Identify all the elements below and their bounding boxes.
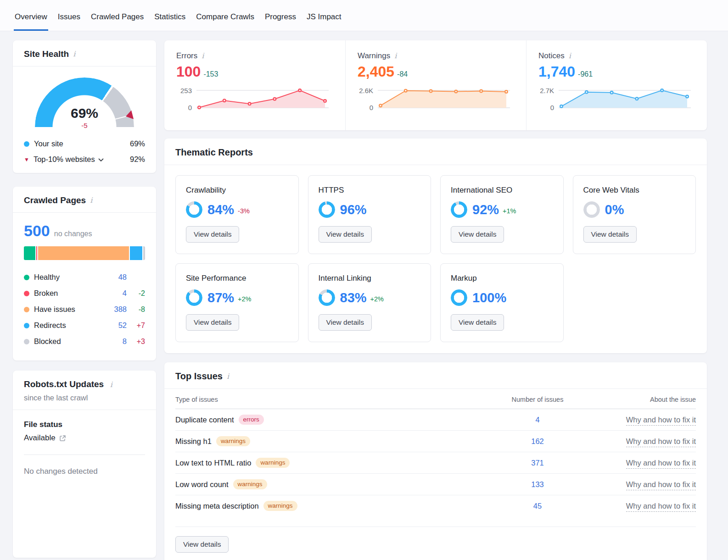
tab-progress[interactable]: Progress (264, 12, 297, 31)
view-details-button[interactable]: View details (451, 314, 504, 331)
progress-ring-icon (186, 289, 202, 306)
warnings-delta: -84 (397, 70, 408, 78)
view-details-button[interactable]: View details (186, 314, 239, 331)
table-row: Duplicate contenterrors 4 Why and how to… (175, 409, 696, 431)
errors-value[interactable]: 100 (176, 63, 201, 80)
file-status-label: File status (24, 420, 145, 429)
thematic-card-international-seo: International SEO 92%+1% View details (440, 175, 564, 254)
progress-ring-icon (319, 289, 335, 306)
crawled-pages-title: Crawled Pages (24, 195, 86, 205)
tab-compare-crawls[interactable]: Compare Crawls (195, 12, 255, 31)
legend-redirects: Redirects 52 +7 (24, 317, 145, 333)
info-icon[interactable]: i (394, 52, 397, 60)
status-badge: warnings (233, 479, 267, 489)
why-how-to-fix-link[interactable]: Why and how to fix it (626, 480, 696, 490)
why-how-to-fix-link[interactable]: Why and how to fix it (626, 459, 696, 469)
your-site-label: Your site (34, 139, 63, 148)
broken-count[interactable]: 4 (103, 289, 127, 298)
col-about-the-issue: About the issue (586, 396, 696, 403)
thematic-card-site-performance: Site Performance 87%+2% View details (175, 263, 299, 342)
warnings-value[interactable]: 2,405 (358, 63, 394, 80)
legend-have-issues: Have issues 388 -8 (24, 301, 145, 317)
top-tab-bar: Overview Issues Crawled Pages Statistics… (0, 0, 728, 31)
warnings-label: Warnings (358, 51, 390, 61)
robots-subtitle: since the last crawl (24, 394, 145, 402)
issue-count-link[interactable]: 162 (531, 437, 544, 445)
crawled-pages-total: 500 (24, 222, 50, 240)
issue-count-link[interactable]: 133 (531, 480, 544, 488)
info-icon[interactable]: i (227, 373, 229, 380)
view-details-button[interactable]: View details (186, 226, 239, 243)
robots-txt-card: Robots.txt Updates i since the last craw… (13, 371, 156, 558)
why-how-to-fix-link[interactable]: Why and how to fix it (626, 437, 696, 447)
issue-count-link[interactable]: 4 (535, 416, 539, 424)
tab-statistics[interactable]: Statistics (153, 12, 186, 31)
have-issues-count[interactable]: 388 (103, 305, 127, 314)
tabs-nav: Overview Issues Crawled Pages Statistics… (14, 12, 342, 31)
notices-value[interactable]: 1,740 (538, 63, 575, 80)
status-badge: errors (239, 415, 264, 425)
errors-delta: -153 (203, 70, 218, 78)
your-site-dot-icon (24, 141, 29, 147)
healthy-count[interactable]: 48 (103, 273, 127, 282)
legend-top10-websites[interactable]: ▼ Top-10% websites 92% (24, 155, 145, 164)
have-issues-dot-icon (24, 307, 29, 312)
view-details-button[interactable]: View details (319, 226, 372, 243)
view-details-button[interactable]: View details (583, 226, 637, 243)
crawled-pages-card: Crawled Pages i 500 no changes Healthy 4… (13, 187, 156, 360)
blocked-count[interactable]: 8 (103, 337, 127, 346)
top10-triangle-icon: ▼ (24, 156, 29, 163)
tab-crawled-pages[interactable]: Crawled Pages (90, 12, 145, 31)
why-how-to-fix-link[interactable]: Why and how to fix it (626, 416, 696, 426)
col-type-of-issues: Type of issues (175, 396, 489, 403)
legend-broken: Broken 4 -2 (24, 285, 145, 301)
metric-errors: Errorsi 100 -153 2530 (164, 40, 345, 130)
top10-value: 92% (130, 155, 145, 164)
issue-count-link[interactable]: 371 (531, 459, 544, 467)
metric-warnings: Warningsi 2,405 -84 2.6K0 (345, 40, 526, 130)
tab-issues[interactable]: Issues (57, 12, 81, 31)
tab-js-impact[interactable]: JS Impact (306, 12, 342, 31)
external-link-icon[interactable] (59, 435, 66, 442)
top-issues-title: Top Issues (175, 371, 223, 382)
healthy-dot-icon (24, 275, 29, 280)
issue-count-link[interactable]: 45 (533, 502, 542, 510)
table-row: Missing meta descriptionwarnings 45 Why … (175, 495, 696, 516)
site-health-legend: Your site 69% ▼ Top-10% websites 92% (24, 139, 145, 164)
site-health-card: Site Health i 69% -5 (13, 40, 156, 173)
bar-segment-redirects (130, 246, 142, 260)
info-icon[interactable]: i (73, 50, 75, 58)
progress-ring-icon (186, 201, 202, 218)
metric-notices: Noticesi 1,740 -961 2.7K0 (526, 40, 707, 130)
top-issues-table: Type of issues Number of issues About th… (164, 389, 707, 527)
redirects-count[interactable]: 52 (103, 321, 127, 330)
view-details-button[interactable]: View details (175, 536, 229, 553)
view-details-button[interactable]: View details (451, 226, 504, 243)
crawled-pages-note: no changes (54, 230, 92, 238)
robots-note: No changes detected (24, 467, 145, 476)
why-how-to-fix-link[interactable]: Why and how to fix it (626, 502, 696, 512)
bar-segment-have-issues (38, 246, 129, 260)
thematic-reports-card: Thematic Reports Crawlability 84%-3% Vie… (164, 139, 707, 353)
info-icon[interactable]: i (110, 380, 112, 389)
progress-ring-icon (451, 201, 467, 218)
broken-dot-icon (24, 291, 29, 296)
bar-segment-healthy (24, 246, 35, 260)
site-health-title: Site Health (24, 49, 69, 59)
errors-sparkline (196, 85, 329, 111)
tab-overview[interactable]: Overview (14, 12, 48, 31)
table-row: Missing h1warnings 162 Why and how to fi… (175, 431, 696, 452)
thematic-reports-title: Thematic Reports (175, 147, 253, 158)
legend-blocked: Blocked 8 +3 (24, 333, 145, 349)
thematic-card-core-web-vitals: Core Web Vitals 0% View details (573, 175, 696, 254)
info-icon[interactable]: i (90, 197, 92, 204)
errors-label: Errors (176, 51, 197, 61)
metrics-strip-card: Errorsi 100 -153 2530 Warningsi 2,405 -8… (164, 40, 707, 130)
info-icon[interactable]: i (569, 52, 571, 60)
legend-healthy: Healthy 48 (24, 269, 145, 285)
table-header-row: Type of issues Number of issues About th… (175, 389, 696, 409)
notices-delta: -961 (578, 70, 593, 78)
chevron-down-icon[interactable] (98, 155, 104, 164)
info-icon[interactable]: i (202, 52, 204, 60)
view-details-button[interactable]: View details (319, 314, 372, 331)
